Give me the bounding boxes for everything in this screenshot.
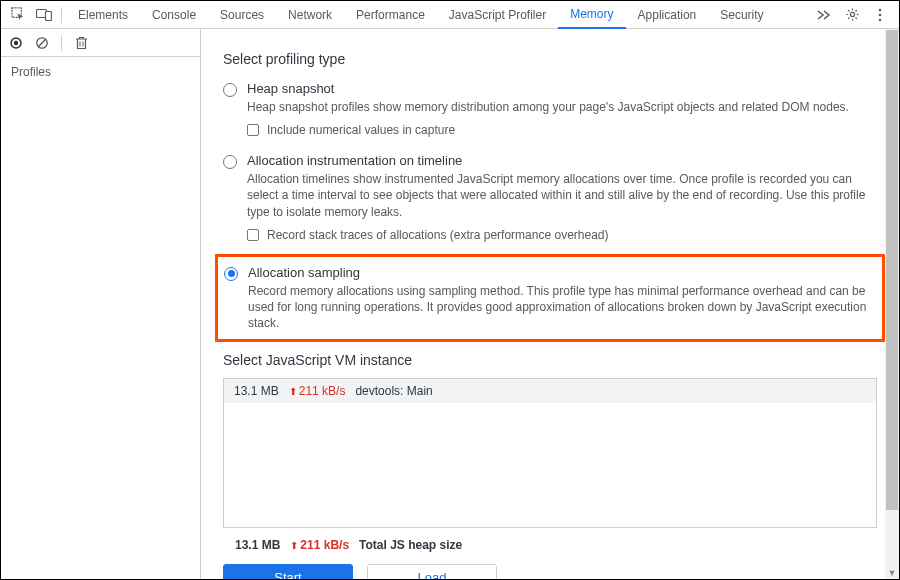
svg-point-4 [879, 8, 882, 11]
devtools-body: Profiles ▼ Select profiling type Heap sn… [1, 29, 899, 580]
kebab-menu-icon[interactable] [869, 2, 891, 28]
inspect-element-icon[interactable] [5, 2, 31, 28]
heap-size: 13.1 MB [235, 538, 280, 552]
tab-application[interactable]: Application [626, 1, 709, 29]
heap-rate-value: 211 kB/s [300, 538, 349, 552]
clear-icon[interactable] [33, 34, 51, 52]
scrollbar[interactable]: ▼ [885, 29, 899, 580]
arrow-up-icon: ⬆ [290, 540, 298, 551]
tab-network[interactable]: Network [276, 1, 344, 29]
svg-line-10 [38, 39, 45, 46]
option-desc: Heap snapshot profiles show memory distr… [247, 99, 877, 115]
delete-trash-icon[interactable] [72, 34, 90, 52]
option-desc: Record memory allocations using sampling… [248, 283, 876, 332]
devtools-topbar: Elements Console Sources Network Perform… [1, 1, 899, 29]
arrow-up-icon: ⬆ [289, 386, 297, 397]
option-desc: Allocation timelines show instrumented J… [247, 171, 877, 220]
more-tabs-icon[interactable] [813, 2, 835, 28]
sidebar-toolbar [1, 29, 200, 57]
tab-elements[interactable]: Elements [66, 1, 140, 29]
panel-tabs: Elements Console Sources Network Perform… [66, 1, 813, 29]
subopt-include-numerical: Include numerical values in capture [247, 121, 877, 141]
option-allocation-timeline: Allocation instrumentation on timeline A… [223, 149, 877, 254]
settings-gear-icon[interactable] [841, 2, 863, 28]
memory-panel: ▼ Select profiling type Heap snapshot He… [201, 29, 899, 580]
checkbox-include-numerical[interactable] [247, 124, 259, 136]
tab-performance[interactable]: Performance [344, 1, 437, 29]
subopt-record-stacks: Record stack traces of allocations (extr… [247, 226, 877, 246]
tab-console[interactable]: Console [140, 1, 208, 29]
option-title[interactable]: Heap snapshot [247, 81, 877, 96]
section-vm-instance: Select JavaScript VM instance [223, 352, 877, 368]
load-button[interactable]: Load [367, 564, 497, 580]
heap-total-label: Total JS heap size [359, 538, 462, 552]
sidebar-heading: Profiles [1, 57, 200, 87]
heap-summary: 13.1 MB ⬆ 211 kB/s Total JS heap size [223, 528, 877, 558]
vm-instance-list: 13.1 MB ⬆ 211 kB/s devtools: Main [223, 378, 877, 528]
checkbox-record-stacks[interactable] [247, 229, 259, 241]
device-toolbar-icon[interactable] [31, 2, 57, 28]
topbar-right-icons [813, 2, 895, 28]
tab-sources[interactable]: Sources [208, 1, 276, 29]
svg-point-6 [879, 18, 882, 21]
section-profiling-type: Select profiling type [223, 51, 877, 67]
heap-rate: ⬆ 211 kB/s [290, 538, 349, 552]
tab-memory[interactable]: Memory [558, 1, 625, 29]
option-heap-snapshot: Heap snapshot Heap snapshot profiles sho… [223, 77, 877, 149]
svg-point-3 [850, 12, 854, 16]
separator [61, 35, 62, 51]
option-allocation-sampling: Allocation sampling Record memory alloca… [224, 261, 876, 334]
svg-rect-2 [46, 11, 52, 20]
svg-point-5 [879, 13, 882, 16]
vm-rate-value: 211 kB/s [299, 384, 346, 398]
separator [61, 7, 62, 23]
action-buttons: Start Load [223, 558, 877, 580]
scroll-down-icon[interactable]: ▼ [885, 566, 899, 580]
start-button[interactable]: Start [223, 564, 353, 580]
memory-content: Select profiling type Heap snapshot Heap… [201, 29, 899, 580]
tab-js-profiler[interactable]: JavaScript Profiler [437, 1, 558, 29]
radio-allocation-sampling[interactable] [224, 267, 238, 281]
vm-rate: ⬆ 211 kB/s [289, 384, 346, 398]
highlight-allocation-sampling: Allocation sampling Record memory alloca… [215, 254, 885, 343]
svg-point-8 [14, 40, 18, 44]
vm-name: devtools: Main [355, 384, 432, 398]
option-title[interactable]: Allocation sampling [248, 265, 876, 280]
vm-instance-row[interactable]: 13.1 MB ⬆ 211 kB/s devtools: Main [224, 379, 876, 403]
subopt-label[interactable]: Include numerical values in capture [267, 123, 455, 137]
profiles-sidebar: Profiles [1, 29, 201, 580]
radio-heap-snapshot[interactable] [223, 83, 237, 97]
subopt-label[interactable]: Record stack traces of allocations (extr… [267, 228, 609, 242]
radio-allocation-timeline[interactable] [223, 155, 237, 169]
option-title[interactable]: Allocation instrumentation on timeline [247, 153, 877, 168]
scrollbar-thumb[interactable] [886, 30, 898, 510]
tab-security[interactable]: Security [708, 1, 775, 29]
record-icon[interactable] [7, 34, 25, 52]
vm-size: 13.1 MB [234, 384, 279, 398]
